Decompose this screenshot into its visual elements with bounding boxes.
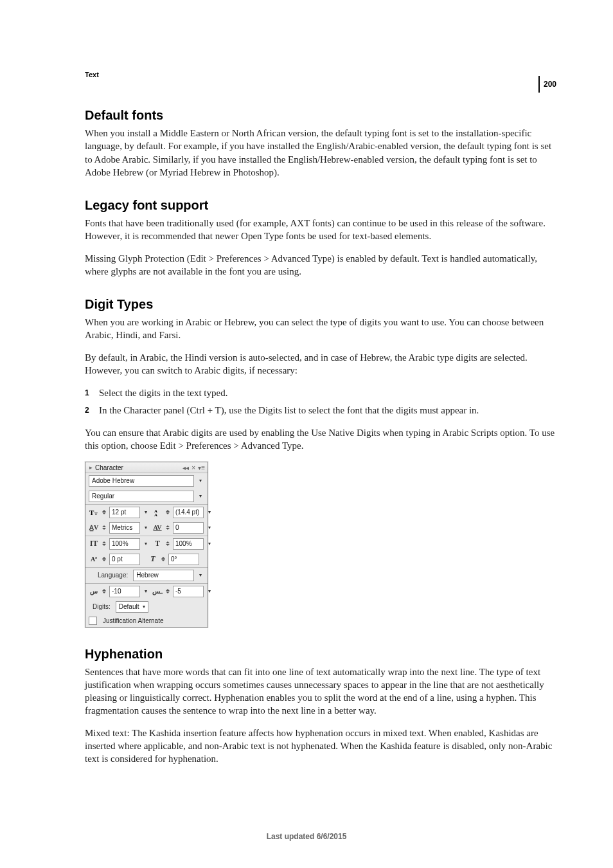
- svg-text:A: A: [154, 512, 157, 517]
- page-number-block: 200: [538, 76, 556, 93]
- paragraph: By default, in Arabic, the Hindi version…: [85, 351, 556, 377]
- discretionary2-dropdown-icon[interactable]: ▾: [206, 588, 213, 594]
- kerning-stepper[interactable]: [101, 523, 107, 533]
- kerning-dropdown-icon[interactable]: ▾: [142, 525, 150, 530]
- heading-legacy-font-support: Legacy font support: [85, 198, 556, 213]
- arabic-kashida2-icon: ـس: [152, 586, 163, 597]
- digits-row: Digits: Default ▾: [85, 599, 208, 615]
- panel-menu-icon[interactable]: ▾≡: [198, 464, 205, 471]
- paragraph: Fonts that have been traditionally used …: [85, 217, 556, 243]
- horizontal-scale-stepper[interactable]: [164, 539, 171, 549]
- discretionary1-stepper[interactable]: [101, 586, 107, 597]
- discretionary1-dropdown-icon[interactable]: ▾: [142, 588, 150, 594]
- baseline-shift-stepper[interactable]: [101, 554, 107, 565]
- kerning-icon: A̲V: [89, 523, 99, 533]
- skew-icon: T: [148, 554, 158, 565]
- paragraph: Sentences that have more words that can …: [85, 665, 556, 718]
- discretionary2-field[interactable]: -5: [173, 586, 204, 597]
- language-row: Language: Hebrew ▾: [85, 568, 208, 583]
- footer-updated: Last updated 6/6/2015: [0, 832, 613, 841]
- arabic-kashida-icon: س: [89, 586, 99, 597]
- paragraph: When you install a Middle Eastern or Nor…: [85, 127, 556, 179]
- justification-alt-row: Justification Alternate: [85, 615, 208, 627]
- font-style-row: Regular ▾: [85, 489, 208, 504]
- scale-row: IT 100% ▾ T 100% ▾: [85, 536, 208, 552]
- page-number: 200: [544, 80, 556, 89]
- svg-text:T: T: [94, 511, 98, 516]
- baseline-skew-row: Aª 0 pt T 0°: [85, 552, 208, 567]
- step-item: In the Character panel (Ctrl + T), use t…: [85, 403, 556, 418]
- leading-stepper[interactable]: [164, 507, 171, 518]
- font-family-field[interactable]: Adobe Hebrew: [89, 475, 194, 487]
- paragraph: Mixed text: The Kashida insertion featur…: [85, 727, 556, 766]
- svg-text:T: T: [89, 509, 94, 516]
- discretionary2-stepper[interactable]: [164, 586, 171, 597]
- heading-digit-types: Digit Types: [85, 297, 556, 312]
- language-field[interactable]: Hebrew: [133, 570, 194, 581]
- close-icon[interactable]: ×: [191, 464, 195, 471]
- heading-default-fonts: Default fonts: [85, 108, 556, 123]
- discretionary-row: س -10 ▾ ـس -5 ▾: [85, 584, 208, 599]
- baseline-shift-icon: Aª: [89, 554, 99, 565]
- font-size-field[interactable]: 12 pt: [109, 507, 140, 518]
- step-item: Select the digits in the text typed.: [85, 386, 556, 401]
- font-family-row: Adobe Hebrew ▾: [85, 473, 208, 489]
- font-style-field[interactable]: Regular: [89, 491, 194, 502]
- language-label: Language:: [98, 572, 128, 579]
- vertical-scale-field[interactable]: 100%: [109, 538, 140, 550]
- leading-field[interactable]: (14.4 pt): [173, 507, 204, 518]
- skew-stepper[interactable]: [160, 554, 166, 565]
- leading-dropdown-icon[interactable]: ▾: [206, 509, 213, 515]
- leading-icon: AA: [152, 507, 163, 518]
- vertical-scale-icon: IT: [89, 539, 99, 549]
- horizontal-scale-field[interactable]: 100%: [173, 538, 204, 550]
- digits-select[interactable]: Default ▾: [116, 601, 149, 613]
- font-size-dropdown-icon[interactable]: ▾: [142, 509, 150, 515]
- heading-hyphenation: Hyphenation: [85, 647, 556, 662]
- character-tab[interactable]: ▸ Character: [89, 464, 123, 471]
- kerning-field[interactable]: Metrics: [109, 522, 140, 534]
- font-size-stepper[interactable]: [101, 507, 107, 518]
- font-style-dropdown-icon[interactable]: ▾: [197, 493, 204, 499]
- paragraph: Missing Glyph Protection (Edit > Prefere…: [85, 252, 556, 278]
- tracking-stepper[interactable]: [164, 523, 171, 533]
- panel-titlebar: ▸ Character ◂◂ × ▾≡: [85, 462, 208, 473]
- kerning-tracking-row: A̲V Metrics ▾ AV 0 ▾: [85, 520, 208, 536]
- collapse-strip-icon[interactable]: ◂◂: [182, 464, 189, 471]
- horizontal-scale-dropdown-icon[interactable]: ▾: [206, 541, 213, 547]
- paragraph: When you are working in Arabic or Hebrew…: [85, 316, 556, 342]
- digits-label: Digits:: [93, 603, 111, 610]
- vertical-scale-dropdown-icon[interactable]: ▾: [142, 541, 150, 547]
- steps-list: Select the digits in the text typed. In …: [85, 386, 556, 417]
- chevron-down-icon: ▾: [143, 602, 145, 611]
- tracking-dropdown-icon[interactable]: ▾: [206, 525, 213, 530]
- tracking-icon: AV: [152, 523, 163, 533]
- size-leading-row: TT 12 pt ▾ AA (14.4 pt) ▾: [85, 505, 208, 520]
- skew-field[interactable]: 0°: [168, 554, 199, 565]
- font-size-icon: TT: [89, 507, 99, 518]
- justification-alt-label: Justification Alternate: [103, 617, 164, 624]
- collapse-icon: ▸: [89, 464, 93, 471]
- discretionary1-field[interactable]: -10: [109, 586, 140, 597]
- panel-title: Character: [95, 464, 123, 471]
- vertical-scale-stepper[interactable]: [101, 539, 107, 549]
- paragraph: You can ensure that Arabic digits are us…: [85, 426, 556, 453]
- justification-alt-checkbox[interactable]: [89, 617, 97, 625]
- baseline-shift-field[interactable]: 0 pt: [109, 554, 140, 565]
- chapter-label: Text: [85, 71, 556, 78]
- digits-value: Default: [119, 602, 139, 611]
- tracking-field[interactable]: 0: [173, 522, 204, 534]
- page-number-rule: [538, 76, 540, 93]
- font-family-dropdown-icon[interactable]: ▾: [197, 478, 204, 484]
- language-dropdown-icon[interactable]: ▾: [197, 572, 204, 578]
- character-panel: ▸ Character ◂◂ × ▾≡ Adobe Hebrew ▾ Regul…: [85, 462, 208, 628]
- horizontal-scale-icon: T: [152, 539, 163, 549]
